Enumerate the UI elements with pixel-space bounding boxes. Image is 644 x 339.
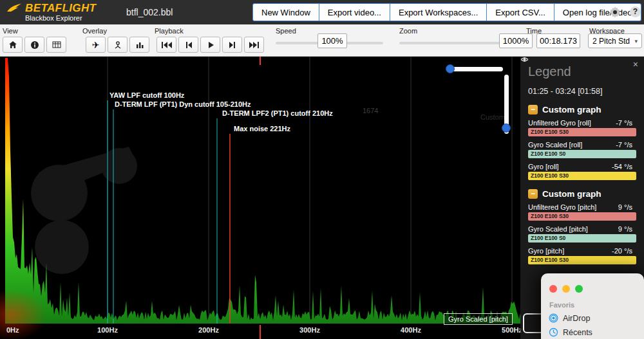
legend-item-scale-bar[interactable]: Z100 E100 S30 — [528, 128, 636, 136]
finder-window: Favoris AirDrop Récents — [541, 273, 644, 339]
legend-item-value: -54 °/s — [612, 163, 632, 170]
brand-title: BETAFLIGHT — [25, 3, 96, 14]
help-icon[interactable]: ? — [630, 6, 641, 17]
window-controls — [541, 273, 644, 293]
legend-item-label: Gyro Scaled [roll] — [528, 141, 616, 149]
view-info-button[interactable] — [24, 37, 44, 53]
zoom-input[interactable] — [499, 33, 533, 48]
legend-group: −Custom graphUnfiltered Gyro [roll]-7 °/… — [528, 105, 636, 180]
legend-item-label: Unfiltered Gyro [pitch] — [528, 203, 618, 211]
legend-group-title: Custom graph — [542, 105, 601, 115]
close-icon[interactable]: × — [633, 59, 638, 69]
overlay-section-label: Overlay — [82, 27, 107, 35]
close-window-icon[interactable] — [549, 285, 557, 293]
playback-section-label: Playback — [155, 27, 184, 35]
legend-item-label: Gyro Scaled [pitch] — [528, 225, 618, 233]
legend-item[interactable]: Unfiltered Gyro [pitch]9 °/sZ100 E100 S3… — [528, 203, 636, 221]
action-new-window[interactable]: New Window — [252, 3, 319, 21]
home-icon — [8, 41, 17, 49]
legend-item[interactable]: Gyro Scaled [pitch]9 °/sZ100 E100 S0 — [528, 224, 636, 243]
jump-to-end-button[interactable] — [244, 37, 264, 53]
betaflight-logo-icon — [6, 3, 22, 14]
workspace-selected-value: 2 Pitch Std — [592, 37, 630, 46]
betaflight-brand: BETAFLIGHT Blackbox Explorer — [6, 3, 96, 22]
legend-item-scale-bar[interactable]: Z100 E100 S0 — [528, 234, 636, 243]
finder-item-recents[interactable]: Récents — [549, 327, 644, 337]
legend-item[interactable]: Gyro [pitch]-20 °/sZ100 E100 S30 — [528, 246, 636, 264]
finder-item-label: AirDrop — [563, 314, 590, 323]
step-forward-icon — [227, 41, 238, 49]
spectrum-vertical-slider[interactable] — [504, 75, 509, 134]
table-icon — [52, 41, 61, 49]
axis-tick-label: 400Hz — [401, 326, 421, 334]
finder-item-label: Récents — [563, 328, 592, 337]
topbar-actions: New WindowExport video...Export Workspac… — [252, 3, 641, 21]
overlay-plane-button[interactable]: ✈ — [86, 37, 106, 53]
legend-item-label: Gyro [pitch] — [528, 247, 612, 255]
legend-item[interactable]: Gyro [roll]-54 °/sZ100 E100 S30 — [528, 162, 636, 180]
step-back-button[interactable] — [178, 37, 198, 53]
top-bar: BETAFLIGHT Blackbox Explorer btfl_002.bb… — [0, 0, 644, 24]
action-open-log-file-video[interactable]: Open log file/video — [554, 3, 641, 21]
legend-item-value: -7 °/s — [616, 141, 632, 149]
view-section-label: View — [3, 27, 18, 35]
legend-item-value: -7 °/s — [616, 119, 632, 127]
zoom-section-label: Zoom — [399, 27, 417, 35]
zoom-slider[interactable] — [399, 42, 507, 44]
step-forward-button[interactable] — [222, 37, 242, 53]
legend-item-value: 9 °/s — [618, 203, 632, 211]
info-icon — [30, 41, 39, 50]
svg-text:Custom: Custom — [480, 113, 505, 121]
settings-gear-icon[interactable] — [609, 6, 621, 18]
legend-item-label: Unfiltered Gyro [roll] — [528, 119, 616, 127]
brand-subtitle: Blackbox Explorer — [25, 14, 96, 22]
speed-input[interactable] — [317, 33, 347, 48]
legend-item[interactable]: Gyro Scaled [roll]-7 °/sZ100 E100 S0 — [528, 140, 636, 158]
overlay-craft-button[interactable] — [108, 37, 128, 53]
skip-start-icon — [161, 41, 173, 49]
time-input[interactable] — [536, 33, 580, 48]
play-button[interactable] — [200, 37, 220, 53]
legend-item-label: Gyro [roll] — [528, 163, 612, 170]
action-export-workspaces[interactable]: Export Workspaces... — [390, 3, 487, 21]
jump-to-start-button[interactable] — [156, 37, 176, 53]
finder-item-airdrop[interactable]: AirDrop — [549, 313, 644, 323]
vertical-slider-thumb[interactable] — [502, 124, 511, 133]
axis-tick-label: 300Hz — [299, 326, 320, 334]
view-home-button[interactable] — [3, 37, 23, 53]
step-back-icon — [184, 41, 194, 49]
action-export-video[interactable]: Export video... — [319, 3, 390, 21]
plane-icon: ✈ — [92, 41, 100, 50]
play-icon — [206, 41, 215, 49]
legend-item-value: 9 °/s — [618, 225, 632, 233]
legend-group: −Custom graphUnfiltered Gyro [pitch]9 °/… — [528, 189, 636, 264]
svg-text:1674: 1674 — [363, 107, 378, 115]
bars-icon — [135, 41, 144, 49]
legend-groups: −Custom graphUnfiltered Gyro [roll]-7 °/… — [528, 105, 636, 264]
collapse-group-icon[interactable]: − — [528, 105, 538, 115]
minimize-window-icon[interactable] — [562, 285, 570, 293]
horizontal-slider-thumb[interactable] — [446, 64, 455, 73]
legend-item-scale-bar[interactable]: Z100 E100 S30 — [528, 212, 636, 221]
airdrop-icon — [549, 313, 558, 323]
finder-favorites-label: Favoris — [549, 301, 644, 309]
axis-tick-label: 500Hz — [502, 326, 522, 334]
clock-icon — [549, 327, 558, 337]
legend-title: Legend — [528, 64, 636, 79]
legend-item-scale-bar[interactable]: Z100 E100 S0 — [528, 150, 636, 158]
zoom-window-icon[interactable] — [575, 285, 583, 293]
workspace-select[interactable]: 2 Pitch Std ▾ — [588, 33, 642, 48]
collapse-group-icon[interactable]: − — [528, 189, 538, 199]
overlay-sticks-button[interactable] — [129, 37, 149, 53]
view-table-button[interactable] — [46, 37, 66, 53]
legend-item[interactable]: Unfiltered Gyro [roll]-7 °/sZ100 E100 S3… — [528, 118, 636, 136]
log-filename: btfl_002.bbl — [126, 7, 173, 17]
legend-group-title: Custom graph — [542, 189, 601, 199]
spectrum-horizontal-slider[interactable] — [446, 67, 503, 71]
legend-item-scale-bar[interactable]: Z100 E100 S30 — [528, 172, 636, 180]
log-time-range: 01:25 - 03:24 [01:58] — [528, 87, 636, 96]
speed-section-label: Speed — [276, 27, 296, 35]
action-export-csv[interactable]: Export CSV... — [486, 3, 554, 21]
chevron-down-icon: ▾ — [634, 38, 638, 44]
legend-item-scale-bar[interactable]: Z100 E100 S30 — [528, 256, 636, 264]
